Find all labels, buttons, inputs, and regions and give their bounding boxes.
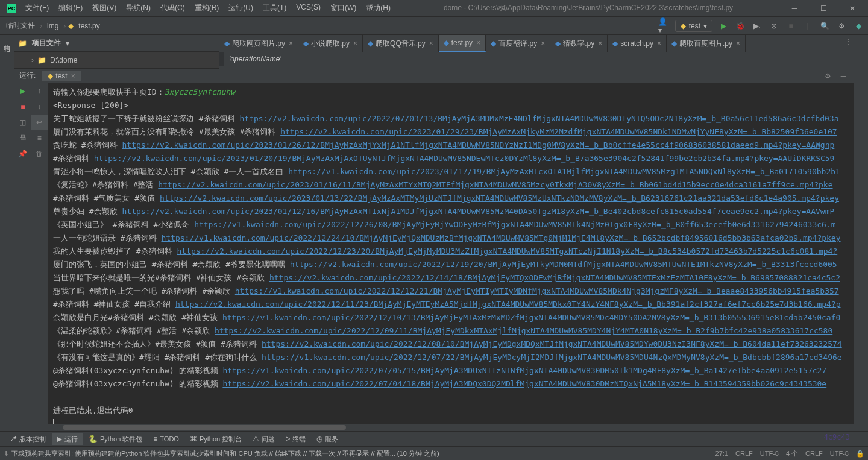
url-link[interactable]: https://v1.kwaicdn.com/upic/2022/12/10/1… (222, 313, 840, 322)
close-icon[interactable]: × (289, 39, 293, 48)
coverage-button[interactable]: ▶. (751, 20, 763, 32)
url-link[interactable]: https://v2.kwaicdn.com/upic/2023/01/12/1… (122, 207, 834, 216)
stop-button[interactable]: ■ (785, 20, 797, 32)
url-link[interactable]: https://v2.kwaicdn.com/upic/2023/01/20/1… (94, 154, 835, 163)
encoding-2[interactable]: UTF-8 (830, 450, 849, 457)
tabs-more-icon[interactable]: ⋮ (845, 37, 852, 46)
menu-代码C[interactable]: 代码(C) (156, 1, 190, 16)
url-link[interactable]: https://v1.kwaicdn.com/upic/2022/12/07/2… (262, 353, 842, 362)
file-tab[interactable]: ◆scratch.py× (608, 35, 667, 52)
right-rail-label[interactable] (854, 35, 857, 42)
user-icon[interactable]: 👤▾ (658, 20, 670, 32)
plugin-icon[interactable]: ◆ (852, 20, 864, 32)
url-link[interactable]: https://v1.kwaicdn.com/upic/2022/12/12/2… (235, 286, 839, 295)
menu-重构R[interactable]: 重构(R) (190, 1, 224, 16)
url-link[interactable]: https://v2.kwaicdn.com/upic/2022/12/19/2… (290, 260, 837, 269)
close-icon[interactable]: × (657, 39, 661, 48)
dropdown-icon[interactable]: ▾ (66, 39, 69, 48)
url-link[interactable]: https://v2.kwaicdn.com/upic/2022/12/08/1… (262, 339, 842, 348)
menu-导航N[interactable]: 导航(N) (121, 1, 156, 16)
url-link[interactable]: https://v2.kwaicdn.com/upic/2022/12/09/1… (215, 326, 832, 335)
trash-icon[interactable]: 🗑 (31, 146, 48, 162)
horizontal-scrollbar[interactable] (14, 424, 854, 431)
close-icon[interactable]: × (476, 39, 480, 47)
download-icon[interactable]: ⬇ (4, 450, 9, 458)
menu-窗口W[interactable]: 窗口(W) (326, 1, 361, 16)
url-link[interactable]: https://v2.kwaicdn.com/upic/2023/01/16/1… (158, 180, 832, 189)
url-link[interactable]: https://v2.kwaicdn.com/upic/2022/12/11/2… (175, 300, 841, 309)
menu-VCSS[interactable]: VCS(S) (291, 1, 326, 16)
crumb-scratches[interactable]: 临时文件 (4, 19, 37, 32)
scroll-up-icon[interactable]: ↑ (31, 83, 48, 99)
gear-icon[interactable]: ⚙ (822, 71, 833, 81)
scroll-down-icon[interactable]: ↓ (31, 99, 48, 115)
file-tab[interactable]: ◆猜数字.py× (550, 35, 608, 52)
scrollbar-thumb[interactable] (63, 425, 346, 430)
menu-视图V[interactable]: 视图(V) (87, 1, 121, 16)
minimize-button[interactable]: ─ (781, 1, 808, 16)
tool-TODO[interactable]: ≡TODO (148, 433, 184, 444)
close-icon[interactable]: × (353, 39, 357, 48)
url-link[interactable]: https://v2.kwaicdn.com/upic/2022/12/14/1… (269, 273, 840, 282)
rerun-button[interactable]: ▶ (14, 83, 31, 99)
settings-icon[interactable]: ⚙ (835, 20, 848, 32)
project-root[interactable]: D:\dome (50, 56, 77, 65)
close-icon[interactable]: × (71, 72, 75, 80)
file-tab[interactable]: ◆爬取QQ音乐.py× (363, 35, 439, 52)
debug-button[interactable]: 🐞 (734, 20, 746, 32)
cursor-position[interactable]: 27:1 (715, 450, 728, 457)
menu-工具T[interactable]: 工具(T) (258, 1, 291, 16)
run-configuration-selector[interactable]: ◆ test ▾ (675, 20, 712, 32)
tool-终端[interactable]: >终端 (281, 433, 310, 445)
hide-icon[interactable]: ─ (838, 71, 849, 81)
soft-wrap-icon[interactable]: ↩ (31, 115, 48, 130)
url-link[interactable]: https://v2.kwaicdn.com/upic/2022/07/03/1… (239, 114, 838, 123)
run-button[interactable]: ▶ (717, 20, 729, 32)
crumb-file[interactable]: test.py (76, 20, 102, 31)
project-tree[interactable]: › 📁 D:\dome (14, 52, 219, 69)
encoding[interactable]: UTF-8 (760, 450, 779, 457)
menu-编辑E[interactable]: 编辑(E) (54, 1, 87, 16)
menu-文件F[interactable]: 文件(F) (20, 1, 54, 16)
menu-帮助H[interactable]: 帮助(H) (361, 1, 395, 16)
status-message[interactable]: 下载预构建共享索引: 使用预构建建的Python 软件包共享索引减少索引时间和 … (11, 449, 439, 458)
line-separator[interactable]: CRLF (735, 450, 753, 457)
file-tab[interactable]: ◆test.py× (439, 35, 486, 52)
close-icon[interactable]: × (429, 39, 433, 48)
filter-icon[interactable]: ≡ (31, 130, 48, 146)
line-separator-2[interactable]: CRLF (805, 450, 823, 457)
tool-运行[interactable]: ▶运行 (52, 433, 83, 445)
close-icon[interactable]: × (598, 39, 602, 48)
tool-服务[interactable]: ◷服务 (312, 433, 343, 445)
profile-button[interactable]: ⊙ (768, 20, 780, 32)
tool-Python 软件包[interactable]: 🐍Python 软件包 (84, 433, 147, 445)
close-button[interactable]: ✕ (839, 1, 866, 16)
maximize-button[interactable]: ☐ (810, 1, 837, 16)
tool-问题[interactable]: ⚠问题 (248, 433, 280, 445)
file-tab[interactable]: ◆百度翻译.py× (486, 35, 550, 52)
url-link[interactable]: https://v2.kwaicdn.com/upic/2022/07/04/1… (222, 379, 826, 388)
url-link[interactable]: https://v1.kwaicdn.com/upic/2022/12/26/0… (194, 220, 835, 229)
menu-运行U[interactable]: 运行(U) (224, 1, 258, 16)
url-link[interactable]: https://v1.kwaicdn.com/upic/2023/01/17/1… (288, 167, 840, 176)
stop-button[interactable]: ■ (14, 99, 31, 115)
project-title[interactable]: 项目文件 (32, 38, 61, 48)
tool-Python 控制台[interactable]: ⌘Python 控制台 (185, 433, 247, 445)
structure-tool-button[interactable]: 结构 (1, 36, 13, 43)
pin-icon[interactable]: 📌 (14, 146, 31, 162)
console-output[interactable]: 请输入你想要爬取快手主页ID：3xyczc5ynfcnuhw <Response… (48, 83, 854, 424)
crumb-img[interactable]: img (45, 20, 61, 31)
run-tab-test[interactable]: ◆ test × (42, 71, 81, 81)
file-tab[interactable]: ◆小说爬取.py× (298, 35, 363, 52)
print-icon[interactable]: 🖶 (14, 130, 31, 146)
url-link[interactable]: https://v1.kwaicdn.com/upic/2022/12/24/1… (161, 233, 840, 242)
close-icon[interactable]: × (541, 39, 545, 48)
indent[interactable]: 4 个 (786, 449, 798, 458)
chevron-right-icon[interactable]: › (31, 56, 34, 65)
url-link[interactable]: https://v2.kwaicdn.com/upic/2023/01/29/2… (280, 127, 837, 136)
file-tab[interactable]: ◆爬取百度图片.py× (667, 35, 746, 52)
file-tab[interactable]: ◆爬取网页图片.py× (219, 35, 298, 52)
tool-版本控制[interactable]: ⎇版本控制 (4, 433, 51, 445)
layout-icon[interactable]: ◫ (14, 115, 31, 130)
close-icon[interactable]: × (736, 39, 740, 48)
